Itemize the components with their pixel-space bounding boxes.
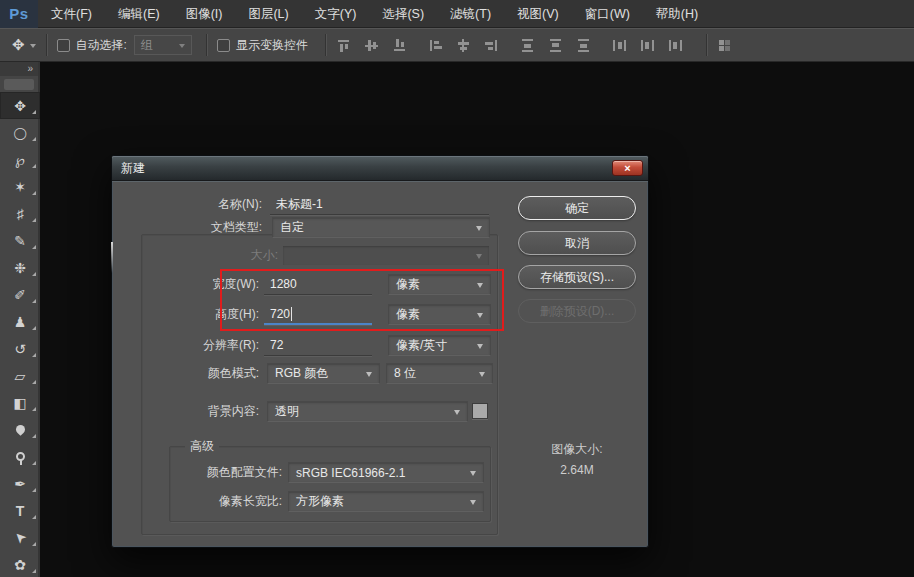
menu-layer[interactable]: 图层(L): [235, 0, 301, 28]
history-brush-tool[interactable]: ↺: [0, 335, 40, 362]
menu-view[interactable]: 视图(V): [504, 0, 572, 28]
auto-select-checkbox[interactable]: [57, 39, 70, 52]
pixel-aspect-select[interactable]: 方形像素: [288, 491, 484, 512]
bit-depth-select[interactable]: 8 位: [386, 363, 493, 384]
resolution-label: 分辨率(R):: [112, 335, 259, 356]
quick-selection-tool[interactable]: ✶: [0, 173, 40, 200]
ok-button[interactable]: 确定: [518, 196, 636, 220]
menu-type[interactable]: 文字(Y): [302, 0, 370, 28]
options-bar: ✥ 自动选择: 组 显示变换控件: [0, 28, 914, 62]
tool-panel: » ✥ ◯ ℘ ✶ ♯ ✎ ❉ ✐ ♟ ↺ ▱ ◧ ✒ T ➤ ✿ ☟: [0, 62, 40, 577]
doc-type-select[interactable]: 自定: [272, 217, 490, 238]
align-horizontal-centers-icon[interactable]: [456, 38, 471, 53]
background-select[interactable]: 透明: [267, 401, 468, 422]
resolution-input[interactable]: [264, 335, 372, 356]
path-select-icon: ➤: [11, 528, 29, 546]
distribute-left-edges-icon[interactable]: [612, 38, 627, 53]
dialog-title-bar[interactable]: 新建 ×: [112, 156, 648, 181]
eyedropper-tool[interactable]: ✎: [0, 227, 40, 254]
auto-align-layers-icon[interactable]: [717, 38, 732, 53]
auto-select-label: 自动选择:: [76, 37, 127, 54]
type-tool[interactable]: T: [0, 497, 40, 524]
color-mode-value: RGB 颜色: [275, 365, 328, 382]
delete-preset-button[interactable]: 删除预设(D)...: [518, 299, 636, 323]
close-button[interactable]: ×: [612, 160, 643, 176]
eraser-icon: ▱: [15, 369, 26, 383]
background-color-swatch: [472, 403, 488, 419]
separator: [706, 34, 707, 56]
gradient-icon: ◧: [13, 396, 26, 410]
chevron-down-icon: [476, 226, 482, 234]
gradient-tool[interactable]: ◧: [0, 389, 40, 416]
doc-type-label: 文档类型:: [112, 217, 262, 238]
blur-tool[interactable]: [0, 416, 40, 443]
eyedropper-icon: ✎: [14, 234, 26, 248]
spot-healing-brush-tool[interactable]: ❉: [0, 254, 40, 281]
brush-icon: ✐: [14, 288, 26, 302]
distribute-top-edges-icon[interactable]: [520, 38, 535, 53]
bit-depth-value: 8 位: [394, 365, 416, 382]
align-vertical-centers-icon[interactable]: [364, 38, 379, 53]
menu-image[interactable]: 图像(I): [173, 0, 236, 28]
collapse-panels-icon[interactable]: »: [0, 62, 38, 76]
separator: [325, 34, 326, 56]
color-profile-select[interactable]: sRGB IEC61966-2.1: [288, 462, 484, 483]
type-icon: T: [16, 504, 25, 518]
align-bottom-edges-icon[interactable]: [392, 38, 407, 53]
clone-stamp-tool[interactable]: ♟: [0, 308, 40, 335]
background-value: 透明: [275, 403, 299, 420]
pen-icon: ✒: [14, 477, 26, 491]
distribute-vertical-centers-icon[interactable]: [548, 38, 563, 53]
chevron-down-icon: [454, 410, 460, 418]
path-selection-tool[interactable]: ➤: [0, 524, 40, 551]
dodge-tool[interactable]: [0, 443, 40, 470]
chevron-down-icon: [179, 44, 185, 51]
menu-filter[interactable]: 滤镜(T): [437, 0, 504, 28]
brush-tool[interactable]: ✐: [0, 281, 40, 308]
custom-shape-tool[interactable]: ✿: [0, 551, 40, 577]
chevron-down-icon: [476, 254, 482, 262]
distribute-bottom-edges-icon[interactable]: [576, 38, 591, 53]
chevron-down-icon[interactable]: [30, 44, 36, 51]
pen-tool[interactable]: ✒: [0, 470, 40, 497]
menu-help[interactable]: 帮助(H): [643, 0, 711, 28]
background-label: 背景内容:: [112, 401, 259, 422]
pixel-aspect-value: 方形像素: [296, 493, 344, 510]
menu-select[interactable]: 选择(S): [369, 0, 437, 28]
distribute-horizontal-centers-icon[interactable]: [640, 38, 655, 53]
chevron-down-icon: [470, 500, 476, 508]
eraser-tool[interactable]: ▱: [0, 362, 40, 389]
distribute-right-edges-icon[interactable]: [668, 38, 683, 53]
move-icon: ✥: [14, 99, 26, 113]
save-preset-button[interactable]: 存储预设(S)...: [518, 265, 636, 289]
color-mode-select[interactable]: RGB 颜色: [267, 363, 380, 384]
auto-select-type-value: 组: [141, 37, 153, 54]
move-tool[interactable]: ✥: [0, 92, 40, 119]
chevron-down-icon: [366, 372, 372, 380]
crop-tool[interactable]: ♯: [0, 200, 40, 227]
chevron-down-icon: [479, 372, 485, 380]
auto-select-type-select[interactable]: 组: [134, 35, 192, 55]
name-input[interactable]: [270, 194, 489, 215]
color-mode-label: 颜色模式:: [112, 363, 259, 384]
menu-file[interactable]: 文件(F): [38, 0, 105, 28]
show-transform-checkbox[interactable]: [217, 39, 230, 52]
align-left-edges-icon[interactable]: [428, 38, 443, 53]
history-brush-icon: ↺: [14, 342, 26, 356]
align-right-edges-icon[interactable]: [484, 38, 499, 53]
crop-icon: ♯: [17, 207, 24, 221]
cancel-button[interactable]: 取消: [518, 231, 636, 255]
advanced-legend: 高级: [185, 439, 219, 453]
marquee-icon: ◯: [13, 127, 26, 139]
chevron-down-icon: [470, 471, 476, 479]
stamp-icon: ♟: [14, 315, 27, 329]
align-top-edges-icon[interactable]: [336, 38, 351, 53]
lasso-tool[interactable]: ℘: [0, 146, 40, 173]
move-tool-icon[interactable]: ✥: [12, 36, 25, 54]
menu-window[interactable]: 窗口(W): [572, 0, 643, 28]
separator: [46, 34, 47, 56]
image-size-value: 2.64M: [518, 463, 636, 477]
menu-edit[interactable]: 编辑(E): [105, 0, 173, 28]
elliptical-marquee-tool[interactable]: ◯: [0, 119, 40, 146]
resolution-unit-select[interactable]: 像素/英寸: [388, 335, 491, 356]
